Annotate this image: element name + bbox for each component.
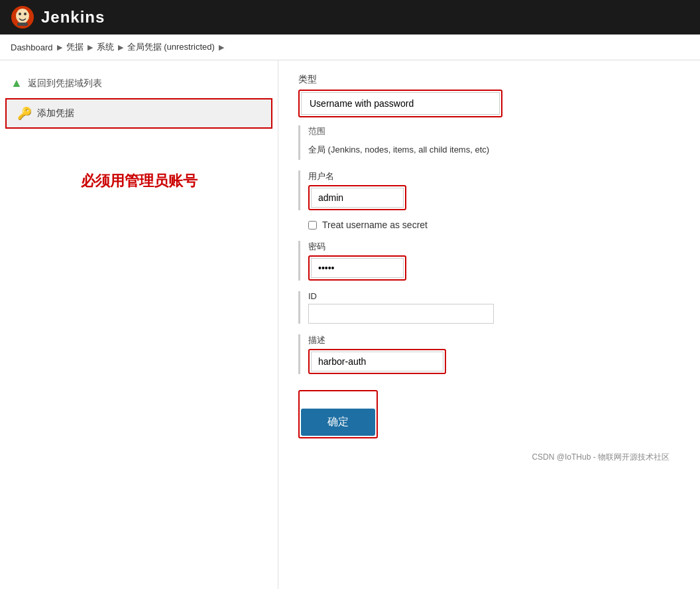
add-credential-item[interactable]: 🔑 添加凭据 [5, 98, 272, 129]
form-content: 类型 范围 全局 (Jenkins, nodes, items, all chi… [278, 60, 700, 589]
svg-point-2 [19, 13, 21, 15]
svg-point-1 [16, 9, 29, 23]
sidebar: ▲ 返回到凭据域列表 🔑 添加凭据 必须用管理员账号 [0, 60, 278, 589]
breadcrumb-credentials[interactable]: 凭据 [66, 41, 84, 53]
main-layout: ▲ 返回到凭据域列表 🔑 添加凭据 必须用管理员账号 类型 范围 全局 (Jen… [0, 60, 700, 589]
desc-field-box [308, 349, 446, 374]
type-field-box [298, 90, 502, 117]
username-section: 用户名 [298, 170, 680, 210]
breadcrumb-global[interactable]: 全局凭据 (unrestricted) [127, 41, 215, 53]
svg-rect-4 [17, 23, 28, 26]
desc-input[interactable] [311, 352, 443, 371]
password-label: 密码 [308, 241, 680, 253]
type-label: 类型 [298, 74, 680, 86]
breadcrumb-system[interactable]: 系统 [97, 41, 114, 53]
submit-button-box: 确定 [298, 390, 378, 438]
svg-point-3 [24, 13, 27, 15]
submit-button[interactable]: 确定 [301, 409, 375, 436]
back-arrow-icon: ▲ [11, 76, 23, 90]
breadcrumb: Dashboard ▶ 凭据 ▶ 系统 ▶ 全局凭据 (unrestricted… [0, 34, 700, 60]
jenkins-logo-icon [11, 5, 34, 29]
breadcrumb-dashboard[interactable]: Dashboard [11, 42, 53, 52]
annotation-text: 必须用管理员账号 [0, 131, 278, 204]
password-section: 密码 [298, 241, 680, 281]
scope-section: 范围 全局 (Jenkins, nodes, items, all child … [298, 125, 680, 160]
id-label: ID [308, 291, 680, 301]
username-input[interactable] [311, 188, 404, 208]
back-to-domain-list[interactable]: ▲ 返回到凭据域列表 [0, 71, 278, 96]
scope-label: 范围 [308, 125, 680, 137]
breadcrumb-sep-3: ▶ [118, 43, 123, 52]
password-input[interactable] [311, 258, 404, 278]
breadcrumb-sep-4: ▶ [219, 43, 224, 52]
username-field-box [308, 185, 406, 210]
type-section: 类型 [298, 74, 680, 117]
desc-label: 描述 [308, 334, 680, 346]
treat-secret-row: Treat username as secret [298, 220, 680, 230]
password-field-box [308, 255, 406, 281]
logo-container: Jenkins [11, 5, 105, 29]
treat-secret-label: Treat username as secret [322, 220, 428, 230]
id-input[interactable] [308, 304, 494, 324]
scope-value: 全局 (Jenkins, nodes, items, all child ite… [308, 140, 680, 160]
footer-note: CSDN @IoTHub - 物联网开源技术社区 [298, 438, 680, 470]
breadcrumb-sep-2: ▶ [88, 43, 93, 52]
desc-section: 描述 [298, 334, 680, 374]
app-header: Jenkins [0, 0, 700, 34]
type-input[interactable] [301, 92, 500, 115]
treat-secret-checkbox[interactable] [308, 221, 317, 230]
key-icon: 🔑 [17, 106, 32, 121]
username-label: 用户名 [308, 170, 680, 182]
app-title: Jenkins [41, 8, 105, 27]
breadcrumb-sep-1: ▶ [57, 43, 62, 52]
id-section: ID [298, 291, 680, 324]
add-credential-label: 添加凭据 [37, 107, 74, 119]
back-label: 返回到凭据域列表 [28, 78, 102, 90]
